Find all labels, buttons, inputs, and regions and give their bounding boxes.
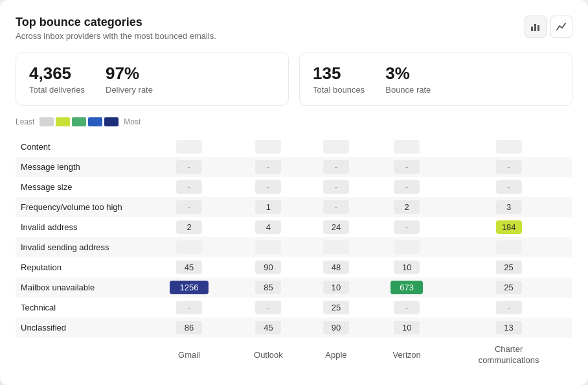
table-cell: 25 bbox=[304, 298, 368, 318]
column-header-charter: Chartercommunications bbox=[445, 338, 572, 369]
table-cell: 2 bbox=[368, 197, 445, 217]
legend-least-label: Least bbox=[16, 117, 34, 126]
table-cell: 90 bbox=[233, 257, 304, 277]
total-bounces-label: Total bounces bbox=[313, 85, 365, 95]
table-header-empty bbox=[16, 338, 145, 369]
line-chart-button[interactable] bbox=[550, 16, 572, 38]
table-cell: - bbox=[145, 298, 233, 318]
bounce-rate-label: Bounce rate bbox=[385, 85, 431, 95]
delivery-rate-label: Delivery rate bbox=[106, 85, 153, 95]
row-label: Mailbox unavailable bbox=[16, 277, 145, 298]
table-cell: - bbox=[233, 298, 304, 318]
legend-swatches bbox=[40, 117, 119, 126]
table-row: Unclassified 86 45 90 10 13 bbox=[16, 318, 572, 338]
table-cell: - bbox=[445, 298, 572, 318]
table-cell: 45 bbox=[233, 318, 304, 338]
table-cell: 4 bbox=[233, 217, 304, 237]
table-cell bbox=[445, 237, 572, 257]
table-cell: 85 bbox=[233, 277, 304, 298]
table-cell: 2 bbox=[145, 217, 233, 237]
table-row: Reputation 45 90 48 10 25 bbox=[16, 257, 572, 277]
table-row: Invalid sending address bbox=[16, 237, 572, 257]
header-text: Top bounce categories Across inbox provi… bbox=[16, 16, 216, 41]
table-cell: 45 bbox=[145, 257, 233, 277]
table-cell: - bbox=[304, 197, 368, 217]
table-cell bbox=[445, 137, 572, 157]
delivery-rate-value: 97% bbox=[106, 64, 153, 84]
row-label: Content bbox=[16, 137, 145, 157]
table-cell: - bbox=[145, 177, 233, 197]
table-cell: - bbox=[233, 177, 304, 197]
swatch-5 bbox=[104, 117, 119, 126]
row-label: Reputation bbox=[16, 257, 145, 277]
table-cell bbox=[368, 137, 445, 157]
table-cell: 1256 bbox=[145, 277, 233, 298]
table-cell: - bbox=[233, 157, 304, 177]
swatch-2 bbox=[56, 117, 70, 126]
bar-chart-icon bbox=[530, 21, 541, 32]
legend-most-label: Most bbox=[124, 117, 141, 126]
swatch-1 bbox=[40, 117, 54, 126]
table-row: Message size - - - - - bbox=[16, 177, 572, 197]
table-cell: 184 bbox=[445, 217, 572, 237]
column-header-verizon: Verizon bbox=[368, 338, 445, 369]
table-cell bbox=[233, 137, 304, 157]
row-label: Technical bbox=[16, 298, 145, 318]
table-row: Content bbox=[16, 137, 572, 157]
page-title: Top bounce categories bbox=[16, 16, 216, 29]
table-cell: - bbox=[304, 157, 368, 177]
table-cell: - bbox=[445, 157, 572, 177]
table-cell: - bbox=[145, 157, 233, 177]
table-cell: 25 bbox=[445, 257, 572, 277]
total-deliveries-value: 4,365 bbox=[29, 64, 85, 84]
table-cell: 3 bbox=[445, 197, 572, 217]
line-chart-icon bbox=[556, 21, 567, 32]
table-cell: 86 bbox=[145, 318, 233, 338]
swatch-3 bbox=[72, 117, 86, 126]
table-cell: - bbox=[304, 177, 368, 197]
bar-chart-button[interactable] bbox=[525, 16, 547, 38]
table-cell bbox=[145, 137, 233, 157]
table-cell: 673 bbox=[368, 277, 445, 298]
table-cell: 48 bbox=[304, 257, 368, 277]
bounce-rate-value: 3% bbox=[385, 64, 431, 84]
table-cell: - bbox=[368, 157, 445, 177]
bounce-categories-table: Content Message length - - - - - bbox=[16, 137, 572, 369]
bounce-rate-stat: 3% Bounce rate bbox=[385, 64, 431, 95]
table-cell bbox=[368, 237, 445, 257]
chart-type-toggle bbox=[525, 16, 572, 38]
row-label: Unclassified bbox=[16, 318, 145, 338]
total-deliveries-label: Total deliveries bbox=[29, 85, 85, 95]
table-row: Mailbox unavailable 1256 85 10 673 25 bbox=[16, 277, 572, 298]
delivery-rate-stat: 97% Delivery rate bbox=[106, 64, 153, 95]
row-label: Frequency/volume too high bbox=[16, 197, 145, 217]
row-label: Invalid address bbox=[16, 217, 145, 237]
table-cell: - bbox=[145, 197, 233, 217]
svg-rect-1 bbox=[534, 24, 536, 31]
main-card: Top bounce categories Across inbox provi… bbox=[0, 0, 588, 385]
table-cell bbox=[304, 137, 368, 157]
table-cell: - bbox=[368, 217, 445, 237]
table-cell: 25 bbox=[445, 277, 572, 298]
table-row: Technical - - 25 - - bbox=[16, 298, 572, 318]
legend: Least Most bbox=[16, 117, 572, 126]
column-header-outlook: Outlook bbox=[233, 338, 304, 369]
total-bounces-value: 135 bbox=[313, 64, 365, 84]
column-header-apple: Apple bbox=[304, 338, 368, 369]
stats-row: 4,365 Total deliveries 97% Delivery rate… bbox=[16, 52, 572, 106]
row-label: Invalid sending address bbox=[16, 237, 145, 257]
table-row: Frequency/volume too high - 1 - 2 3 bbox=[16, 197, 572, 217]
table-cell: 10 bbox=[368, 318, 445, 338]
header: Top bounce categories Across inbox provi… bbox=[16, 16, 572, 41]
table-row: Invalid address 2 4 24 - 184 bbox=[16, 217, 572, 237]
table-cell bbox=[145, 237, 233, 257]
table-cell: 90 bbox=[304, 318, 368, 338]
table-cell: - bbox=[445, 177, 572, 197]
svg-rect-2 bbox=[537, 25, 539, 31]
table-cell bbox=[233, 237, 304, 257]
table-cell bbox=[304, 237, 368, 257]
column-header-gmail: Gmail bbox=[145, 338, 233, 369]
bounce-stats-card: 135 Total bounces 3% Bounce rate bbox=[299, 52, 572, 106]
table-cell: 1 bbox=[233, 197, 304, 217]
table-cell: 10 bbox=[304, 277, 368, 298]
